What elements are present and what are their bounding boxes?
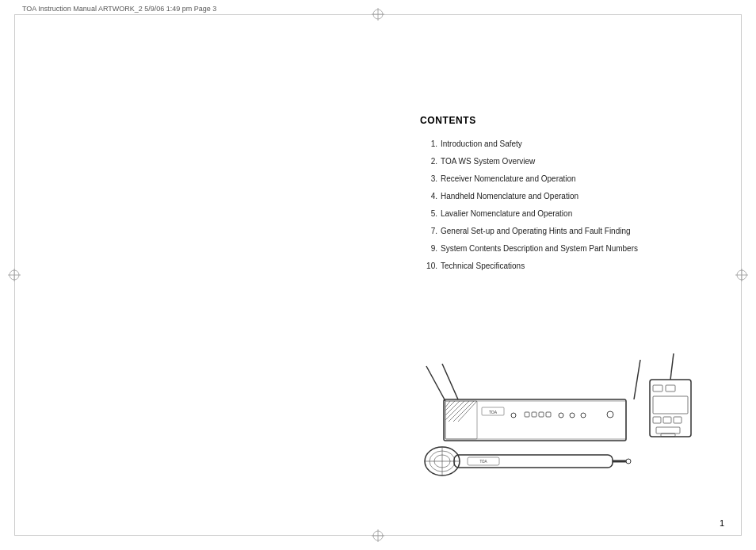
list-item-text: Introduction and Safety [441,139,522,149]
list-item-text: TOA WS System Overview [441,156,535,166]
svg-point-34 [607,411,613,418]
list-item-number: 4. [420,191,437,201]
list-item-number: 5. [420,208,437,219]
list-item-number: 1. [420,139,437,149]
list-item: 4.Handheld Nomenclature and Operation [420,191,705,201]
svg-point-33 [581,413,586,418]
svg-rect-15 [445,401,626,439]
page-number: 1 [720,518,724,528]
svg-point-32 [570,413,575,418]
svg-line-23 [458,401,477,422]
list-item: 2.TOA WS System Overview [420,156,705,166]
list-item-text: General Set-up and Operating Hints and F… [441,226,631,236]
list-item: 7.General Set-up and Operating Hints and… [420,226,705,236]
list-item-text: Receiver Nomenclature and Operation [441,174,576,184]
svg-line-12 [442,364,458,399]
svg-rect-41 [454,455,613,468]
svg-line-13 [426,366,445,401]
header-info: TOA Instruction Manual ARTWORK_2 5/9/06 … [22,5,216,13]
list-item-number: 3. [420,174,437,184]
list-item-number: 9. [420,243,437,254]
svg-rect-50 [653,396,688,414]
list-item-number: 10. [420,261,437,271]
list-item: 10.Technical Specifications [420,261,705,271]
list-item: 3.Receiver Nomenclature and Operation [420,174,705,184]
list-item-text: Lavalier Nomenclature and Operation [441,208,572,219]
svg-point-45 [626,459,631,464]
svg-rect-28 [532,412,536,417]
svg-rect-53 [674,417,682,423]
list-item-text: System Contents Description and System P… [441,243,638,254]
svg-rect-48 [653,385,662,391]
list-item-text: Handheld Nomenclature and Operation [441,191,578,201]
svg-point-26 [511,413,516,418]
product-illustration: TOA TOA [388,336,721,502]
contents-list: 1.Introduction and Safety2.TOA WS System… [420,139,705,271]
svg-rect-30 [546,412,551,417]
list-item-number: 2. [420,156,437,166]
reg-mark-top [372,8,384,21]
svg-line-35 [634,360,640,399]
list-item: 5.Lavalier Nomenclature and Operation [420,208,705,219]
svg-rect-27 [525,412,529,417]
svg-line-47 [670,353,674,380]
list-item-number: 7. [420,226,437,236]
contents-title: CONTENTS [420,115,705,126]
list-item: 1.Introduction and Safety [420,139,705,149]
reg-mark-right [735,269,748,281]
list-item: 9.System Contents Description and System… [420,243,705,254]
illustration-area: TOA TOA [388,336,721,502]
svg-rect-52 [663,417,671,423]
reg-mark-left [8,269,21,281]
svg-rect-49 [666,385,675,391]
svg-rect-51 [653,417,661,423]
reg-mark-bottom [372,529,384,542]
contents-section: CONTENTS 1.Introduction and Safety2.TOA … [420,115,705,278]
svg-text:TOA: TOA [479,460,487,464]
svg-rect-54 [656,427,680,434]
svg-rect-29 [539,412,544,417]
svg-text:TOA: TOA [489,410,498,414]
svg-point-31 [559,413,563,418]
svg-rect-14 [444,399,626,441]
list-item-text: Technical Specifications [441,261,525,271]
